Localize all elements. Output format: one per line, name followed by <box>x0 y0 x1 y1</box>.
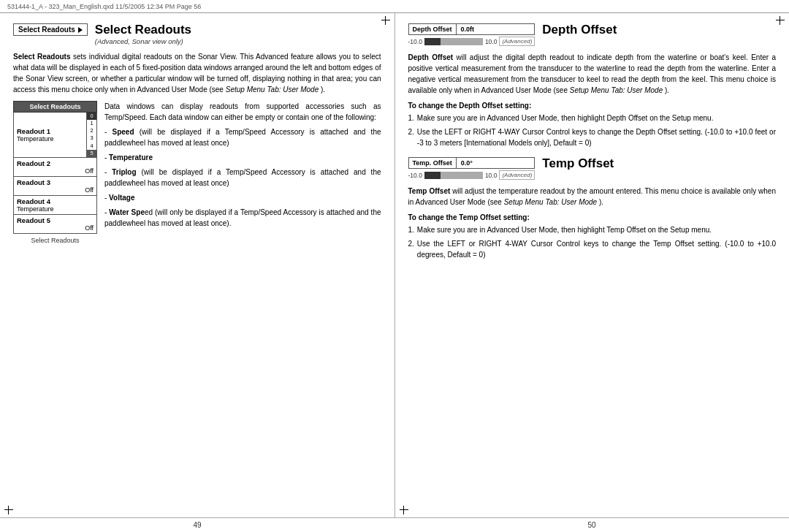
depth-offset-control: Depth Offset 0.0ft -10.0 10.0 (Advanced) <box>408 23 535 46</box>
temp-offset-title-block: Temp Offset <box>542 157 614 171</box>
depth-offset-body-italic: Setup Menu Tab: User Mode <box>570 86 663 94</box>
bullet-triplog-text: (will be displayed if a Temp/Speed Acces… <box>104 168 381 187</box>
header-text: 531444-1_A - 323_Man_English.qxd 11/5/20… <box>7 3 201 10</box>
depth-offset-title-block: Depth Offset <box>542 23 617 37</box>
depth-slider-min: -10.0 <box>408 38 422 45</box>
ui-diagram: Select Readouts Readout 1 Temperature 0 … <box>13 101 97 245</box>
depth-slider: -10.0 10.0 (Advanced) <box>408 37 535 46</box>
readout-num-3: 3 <box>87 134 96 142</box>
menu-label: Select Readouts <box>18 26 75 34</box>
temp-change-title: To change the Temp Offset setting: <box>408 213 777 221</box>
readout-5-sublabel: Off <box>17 224 94 232</box>
readout-1-sublabel: Temperature <box>17 135 83 142</box>
depth-change-title: To change the Depth Offset setting: <box>408 102 777 110</box>
readout-row-3: Readout 3 Off <box>13 177 97 196</box>
depth-offset-body-end: ). <box>665 86 669 94</box>
temp-slider-max: 10.0 <box>485 172 498 179</box>
bullet-voltage: - Voltage <box>104 192 381 203</box>
temp-offset-title: Temp Offset <box>542 157 614 171</box>
readout-row-1: Readout 1 Temperature 0 1 2 3 4 5 <box>13 113 97 159</box>
readout-num-5: 5 <box>87 150 96 157</box>
readout-num-2: 2 <box>87 127 96 134</box>
depth-control-top: Depth Offset 0.0ft <box>408 23 535 35</box>
bullet-speed: - Speed (will be displayed if a Temp/Spe… <box>104 126 381 148</box>
temp-offset-control: Temp. Offset 0.0° -10.0 10.0 (Advanced) <box>408 157 535 180</box>
depth-slider-track <box>424 38 483 45</box>
temp-step-1: 1. Make sure you are in Advanced User Mo… <box>408 224 777 235</box>
depth-slider-fill <box>424 38 441 45</box>
readout-1-label: Readout 1 Temperature <box>14 126 86 144</box>
page49-body: Select Readouts sets individual digital … <box>13 51 381 95</box>
temp-slider-tag: (Advanced) <box>499 170 535 180</box>
bullet-waterspeed: - Water Speed (will only be displayed if… <box>104 207 381 229</box>
footer-page-49: 49 <box>0 518 394 532</box>
ui-diagram-title: Select Readouts <box>13 101 97 113</box>
diagram-caption: Select Readouts <box>13 237 97 244</box>
bullet-voltage-bold: Voltage <box>109 194 134 202</box>
menu-box: Select Readouts <box>13 23 88 36</box>
depth-control-value: 0.0ft <box>457 24 479 34</box>
temp-step-1-text: Make sure you are in Advanced User Mode,… <box>417 224 712 235</box>
readout-row-5: Readout 5 Off <box>13 215 97 234</box>
depth-slider-max: 10.0 <box>485 38 498 45</box>
depth-offset-body-strong: Depth Offset <box>408 53 454 61</box>
footer: 49 50 <box>0 517 789 532</box>
bullet-temp: - Temperature <box>104 152 381 163</box>
temp-step-2: 2. Use the LEFT or RIGHT 4-WAY Cursor Co… <box>408 238 777 260</box>
readout-3-sublabel: Off <box>17 186 94 194</box>
menu-arrow-icon <box>78 27 83 33</box>
diagram-intro: Data windows can display readouts from s… <box>104 101 381 123</box>
bullet-waterspeed-bold: Water Spe <box>109 208 145 216</box>
depth-step-1-text: Make sure you are in Advanced User Mode,… <box>417 113 714 123</box>
reg-mark-top-right-p50 <box>776 16 785 25</box>
temp-control-top: Temp. Offset 0.0° <box>408 157 535 169</box>
temp-offset-body-end: ). <box>599 198 603 206</box>
reg-mark-top-right <box>381 16 390 25</box>
bullet-temp-bold: Temperature <box>109 153 153 162</box>
readout-num-4: 4 <box>87 142 96 150</box>
temp-offset-header: Temp. Offset 0.0° -10.0 10.0 (Advanced) … <box>408 157 777 180</box>
depth-steps: 1. Make sure you are in Advanced User Mo… <box>408 113 777 148</box>
depth-step-1: 1. Make sure you are in Advanced User Mo… <box>408 113 777 123</box>
temp-step-2-text: Use the LEFT or RIGHT 4-WAY Cursor Contr… <box>417 238 776 260</box>
temp-slider-track <box>424 172 483 179</box>
readout-2-sublabel: Off <box>17 167 94 175</box>
depth-slider-tag: (Advanced) <box>499 37 535 46</box>
temp-control-value: 0.0° <box>457 158 477 168</box>
temp-offset-section: Temp. Offset 0.0° -10.0 10.0 (Advanced) … <box>408 157 777 260</box>
page49-body-italic: Setup Menu Tab: User Mode <box>226 86 319 94</box>
bullet-triplog: - Triplog (will be displayed if a Temp/S… <box>104 167 381 189</box>
depth-offset-title: Depth Offset <box>542 23 617 37</box>
bullet-waterspeed-text: ed (will only be displayed if a Temp/Spe… <box>104 208 381 227</box>
page49-title: Select Readouts <box>95 23 191 37</box>
temp-offset-body-strong: Temp Offset <box>408 187 451 195</box>
readout-5-label: Readout 5 Off <box>14 215 96 233</box>
readout-4-sublabel: Temperature <box>17 205 94 213</box>
temp-slider-fill <box>424 172 441 179</box>
ui-diagram-container: Select Readouts Readout 1 Temperature 0 … <box>13 101 381 245</box>
temp-control-label: Temp. Offset <box>409 158 457 168</box>
readout-row-2: Readout 2 Off <box>13 158 97 177</box>
bullet-speed-text: (will be displayed if a Temp/Speed Acces… <box>104 128 381 147</box>
page-49: Select Readouts Select Readouts (Advance… <box>0 13 394 517</box>
depth-step-2-text: Use the LEFT or RIGHT 4-WAY Cursor Contr… <box>417 126 776 148</box>
page-50: Depth Offset 0.0ft -10.0 10.0 (Advanced)… <box>395 13 790 517</box>
depth-step-2: 2. Use the LEFT or RIGHT 4-WAY Cursor Co… <box>408 126 777 148</box>
page49-body-strong: Select Readouts <box>13 53 71 61</box>
readout-num-1: 1 <box>87 120 96 127</box>
select-readouts-header: Select Readouts Select Readouts (Advance… <box>13 23 381 45</box>
readout-row-4: Readout 4 Temperature <box>13 196 97 215</box>
temp-offset-body-italic: Setup Menu Tab: User Mode <box>504 198 597 206</box>
readout-2-label: Readout 2 Off <box>14 158 96 176</box>
title-block: Select Readouts (Advanced, Sonar view on… <box>95 23 191 45</box>
temp-slider-min: -10.0 <box>408 172 422 179</box>
pages-container: Select Readouts Select Readouts (Advance… <box>0 13 789 517</box>
page49-body-end: ). <box>321 86 325 94</box>
readout-3-label: Readout 3 Off <box>14 177 96 195</box>
readout-4-label: Readout 4 Temperature <box>14 196 96 214</box>
readout-1-numbers: 0 1 2 3 4 5 <box>86 113 96 158</box>
temp-slider: -10.0 10.0 (Advanced) <box>408 170 535 180</box>
reg-mark-bottom-left-p50 <box>400 506 408 514</box>
reg-mark-bottom-left <box>4 506 13 514</box>
diagram-text: Data windows can display readouts from s… <box>104 101 381 245</box>
